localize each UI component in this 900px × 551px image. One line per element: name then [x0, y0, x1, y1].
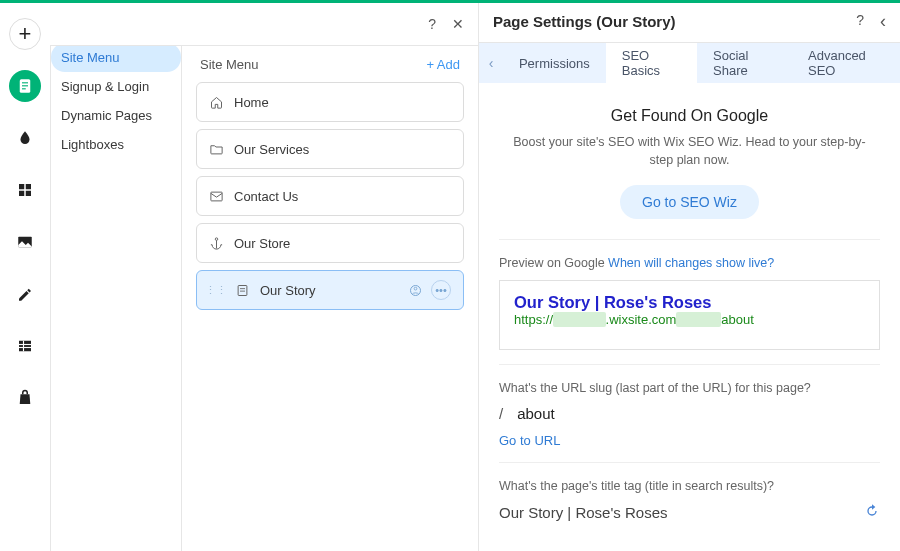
- seo-hero-heading: Get Found On Google: [505, 107, 874, 125]
- droplet-icon: [16, 129, 34, 147]
- site-pages-title: Site Pages: [65, 13, 141, 30]
- slug-label: What's the URL slug (last part of the UR…: [499, 381, 880, 395]
- svg-rect-6: [19, 191, 24, 196]
- help-icon[interactable]: ?: [856, 12, 864, 30]
- category-list: Site Menu Signup & Login Dynamic Pages L…: [51, 43, 181, 159]
- add-page-link[interactable]: + Add: [426, 57, 460, 72]
- page-label: Contact Us: [234, 189, 298, 204]
- page-item-home[interactable]: Home: [196, 82, 464, 122]
- apps-tool[interactable]: [9, 174, 41, 206]
- title-tag-input[interactable]: Our Story | Rose's Roses: [499, 504, 667, 521]
- reset-title-button[interactable]: [864, 503, 880, 522]
- go-to-url-link[interactable]: Go to URL: [499, 433, 560, 448]
- slug-input[interactable]: about: [517, 405, 555, 422]
- svg-rect-13: [211, 192, 222, 201]
- svg-rect-5: [26, 184, 31, 189]
- tab-seo-basics[interactable]: SEO Basics: [606, 43, 697, 83]
- page-item-services[interactable]: Our Services: [196, 129, 464, 169]
- store-tool[interactable]: [9, 382, 41, 414]
- undo-icon: [864, 503, 880, 519]
- tab-advanced-seo[interactable]: Advanced SEO: [792, 43, 900, 83]
- page-label: Our Story: [260, 283, 316, 298]
- svg-rect-3: [22, 88, 26, 89]
- help-icon[interactable]: ?: [428, 16, 436, 32]
- mail-icon: [209, 189, 224, 204]
- close-icon[interactable]: ✕: [452, 16, 464, 32]
- slug-slash: /: [499, 405, 503, 422]
- page-label: Home: [234, 95, 269, 110]
- top-accent-bar: [0, 0, 900, 3]
- pen-icon: [16, 285, 34, 303]
- category-signup-login[interactable]: Signup & Login: [51, 72, 181, 101]
- seo-wiz-button[interactable]: Go to SEO Wiz: [620, 185, 759, 219]
- media-tool[interactable]: [9, 226, 41, 258]
- page-icon: [235, 283, 250, 298]
- seo-hero-sub: Boost your site's SEO with Wix SEO Wiz. …: [505, 133, 874, 169]
- table-icon: [16, 337, 34, 355]
- tab-social-share[interactable]: Social Share: [697, 43, 792, 83]
- tab-permissions[interactable]: Permissions: [503, 43, 606, 83]
- folder-icon: [209, 142, 224, 157]
- theme-tool[interactable]: [9, 122, 41, 154]
- page-item-store[interactable]: Our Store: [196, 223, 464, 263]
- page-actions-button[interactable]: •••: [431, 280, 451, 300]
- back-icon[interactable]: ‹: [880, 12, 886, 30]
- svg-rect-1: [22, 82, 28, 83]
- page-item-our-story[interactable]: ⋮⋮ Our Story •••: [196, 270, 464, 310]
- live-changes-link[interactable]: When will changes show live?: [608, 256, 774, 270]
- svg-rect-2: [22, 85, 28, 86]
- add-tool[interactable]: +: [9, 18, 41, 50]
- page-item-contact[interactable]: Contact Us: [196, 176, 464, 216]
- page-list: Home Our Services Contact Us Our Store ⋮…: [182, 82, 478, 310]
- page-settings-title: Page Settings (Our Story): [493, 13, 676, 30]
- left-toolstrip: +: [0, 0, 50, 551]
- category-site-menu[interactable]: Site Menu: [51, 43, 181, 72]
- data-tool[interactable]: [9, 330, 41, 362]
- preview-label: Preview on Google When will changes show…: [499, 256, 880, 270]
- pages-tool[interactable]: [9, 70, 41, 102]
- image-icon: [16, 233, 34, 251]
- category-lightboxes[interactable]: Lightboxes: [51, 130, 181, 159]
- seo-status-icon[interactable]: [408, 283, 423, 298]
- home-icon: [209, 95, 224, 110]
- google-preview: Our Story | Rose's Roses https://xxxxxxx…: [499, 280, 880, 350]
- page-label: Our Store: [234, 236, 290, 251]
- svg-rect-15: [238, 285, 247, 295]
- settings-tabs: ‹ Permissions SEO Basics Social Share Ad…: [479, 43, 900, 83]
- site-pages-header: Site Pages: [51, 0, 181, 43]
- svg-point-19: [414, 287, 417, 290]
- grid-icon: [16, 181, 34, 199]
- anchor-icon: [209, 236, 224, 251]
- svg-point-14: [215, 237, 218, 240]
- site-menu-heading: Site Menu: [200, 57, 259, 72]
- svg-rect-9: [19, 341, 31, 352]
- drag-handle-icon[interactable]: ⋮⋮: [205, 284, 227, 297]
- category-dynamic-pages[interactable]: Dynamic Pages: [51, 101, 181, 130]
- bag-icon: [16, 389, 34, 407]
- title-tag-label: What's the page's title tag (title in se…: [499, 479, 880, 493]
- tabs-scroll-left[interactable]: ‹: [479, 43, 503, 83]
- page-icon: [16, 77, 34, 95]
- page-label: Our Services: [234, 142, 309, 157]
- blog-tool[interactable]: [9, 278, 41, 310]
- google-preview-url: https://xxxxxxx.wixsite.comxxxxxxabout: [514, 312, 865, 327]
- svg-rect-7: [26, 191, 31, 196]
- svg-rect-4: [19, 184, 24, 189]
- google-preview-title: Our Story | Rose's Roses: [514, 293, 865, 312]
